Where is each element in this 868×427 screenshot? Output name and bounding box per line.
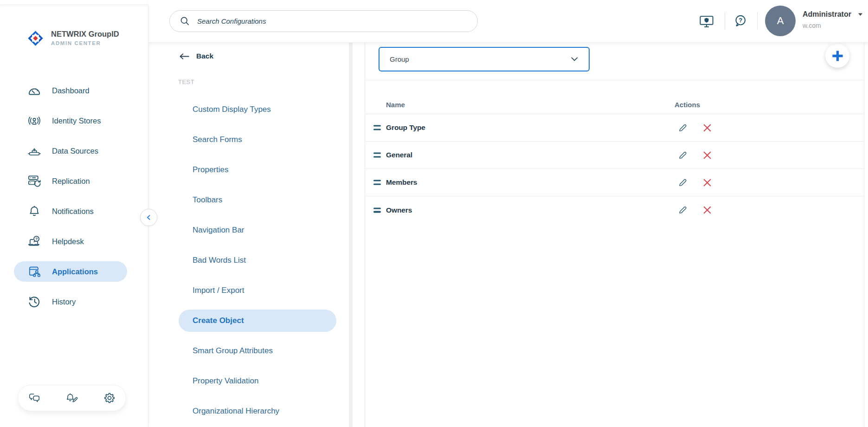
subnav-item-label: Import / Export [193, 286, 244, 295]
admin-center-app: ? A Administrator w.com [0, 0, 868, 427]
arrow-left-icon [179, 52, 190, 60]
subnav-item-custom-display-types[interactable]: Custom Display Types [149, 98, 365, 121]
caret-down-icon [858, 13, 863, 16]
search-input[interactable] [196, 17, 469, 26]
section-label: TEST [178, 78, 194, 85]
sidebar-item-dashboard[interactable]: Dashboard [0, 80, 148, 101]
x-icon [702, 150, 712, 160]
subnav-item-bad-words-list[interactable]: Bad Words List [149, 249, 365, 272]
brand-title: NETWRIX GroupID [51, 30, 119, 39]
table-row: Group Type [365, 114, 864, 142]
subnav-item-label: Navigation Bar [193, 226, 244, 235]
subnav-item-toolbars[interactable]: Toolbars [149, 189, 365, 211]
x-icon [702, 205, 712, 215]
collapse-sidebar-button[interactable] [140, 209, 157, 226]
sidebar-item-label: Applications [52, 267, 98, 276]
console-button[interactable] [699, 14, 714, 29]
subnav-item-smart-group-attributes[interactable]: Smart Group Attributes [149, 340, 365, 362]
back-label: Back [196, 52, 213, 60]
netwrix-logo-icon [26, 28, 45, 48]
chat-icon [28, 392, 41, 404]
svg-text:?: ? [35, 237, 38, 241]
delete-button[interactable] [701, 176, 713, 188]
user-name: Administrator [803, 10, 851, 19]
drag-handle[interactable] [373, 153, 381, 158]
helpdesk-icon: ? [27, 235, 41, 248]
edit-button[interactable] [676, 204, 688, 216]
subnav-item-property-validation[interactable]: Property Validation [149, 370, 365, 392]
topbar: ? A Administrator w.com [148, 0, 868, 43]
sidebar-item-identity-stores[interactable]: Identity Stores [0, 110, 148, 131]
subnav-list: Custom Display Types Search Forms Proper… [149, 98, 365, 427]
pencil-icon [678, 123, 688, 133]
subnav-item-label: Organizational Hierarchy [193, 407, 279, 416]
sidebar-item-notifications[interactable]: Notifications [0, 201, 148, 221]
edit-button[interactable] [676, 149, 688, 161]
bell-icon [27, 205, 41, 218]
subnav-item-navigation-bar[interactable]: Navigation Bar [149, 219, 365, 241]
subnav-item-organizational-hierarchy[interactable]: Organizational Hierarchy [149, 400, 365, 422]
row-name: General [386, 151, 412, 159]
subnav-item-label: Custom Display Types [193, 105, 271, 114]
subnav-item-properties[interactable]: Properties [149, 159, 365, 181]
column-header-name: Name [386, 101, 405, 109]
feedback-chat-button[interactable] [28, 392, 41, 404]
sidebar-item-label: Dashboard [52, 86, 90, 95]
sidebar-item-label: Helpdesk [52, 237, 84, 246]
table-row: Members [365, 169, 864, 196]
plus-icon [831, 49, 844, 63]
settings-button[interactable] [103, 392, 116, 404]
subnav-item-import-export[interactable]: Import / Export [149, 279, 365, 302]
pencil-icon [678, 178, 688, 188]
object-type-dropdown[interactable]: Group [379, 47, 590, 71]
edit-button[interactable] [676, 122, 688, 134]
delete-button[interactable] [701, 204, 713, 216]
sidebar-item-label: Notifications [52, 207, 94, 216]
add-button[interactable] [825, 44, 849, 68]
subnav-item-search-forms[interactable]: Search Forms [149, 129, 365, 151]
x-icon [702, 178, 712, 188]
sidebar-item-data-sources[interactable]: Data Sources [0, 141, 148, 161]
subnav-item-label: Smart Group Attributes [193, 346, 273, 356]
gear-icon [103, 392, 116, 404]
pencil-icon [678, 150, 688, 160]
create-object-panel: Group Name Actions Group Type [365, 43, 868, 427]
avatar-initial: A [777, 15, 784, 27]
search-box[interactable] [169, 10, 478, 32]
help-button[interactable]: ? [733, 14, 747, 28]
table-row: General [365, 142, 864, 169]
user-menu[interactable]: Administrator [803, 10, 863, 19]
subnav-item-label: Search Forms [193, 135, 242, 144]
sidebar-item-replication[interactable]: Replication [0, 171, 148, 191]
delete-button[interactable] [701, 149, 713, 161]
column-header-actions: Actions [675, 101, 700, 109]
chevron-left-icon [145, 214, 152, 221]
sidebar-item-label: Data Sources [52, 147, 98, 155]
search-icon [180, 16, 190, 26]
main-sidebar: NETWRIX GroupID ADMIN CENTER Dashboard I… [0, 5, 148, 427]
subnav-scrollbar[interactable] [349, 43, 353, 427]
subnav-item-label: Create Object [193, 316, 244, 325]
row-name: Members [386, 178, 417, 187]
history-icon [27, 295, 41, 308]
gauge-icon [27, 84, 41, 97]
subnav-item-label: Properties [193, 165, 228, 175]
delete-button[interactable] [701, 122, 713, 134]
drag-handle[interactable] [373, 180, 381, 185]
subnav-item-label: Bad Words List [193, 256, 246, 265]
drag-handle[interactable] [373, 207, 381, 213]
sidebar-item-applications[interactable]: Applications [14, 261, 127, 282]
avatar[interactable]: A [765, 6, 796, 36]
sidebar-item-history[interactable]: History [0, 291, 148, 312]
row-name: Group Type [386, 123, 425, 132]
edit-button[interactable] [676, 176, 688, 188]
sidebar-item-helpdesk[interactable]: ? Helpdesk [0, 231, 148, 252]
x-icon [702, 123, 712, 133]
subnav-item-label: Toolbars [193, 195, 222, 205]
back-button[interactable]: Back [179, 52, 213, 60]
notification-settings-button[interactable] [65, 392, 78, 404]
sidebar-nav: Dashboard Identity Stores Data Sources R… [0, 80, 148, 322]
drag-handle[interactable] [373, 125, 381, 130]
data-sources-icon [27, 144, 41, 157]
subnav-item-create-object[interactable]: Create Object [179, 310, 336, 332]
